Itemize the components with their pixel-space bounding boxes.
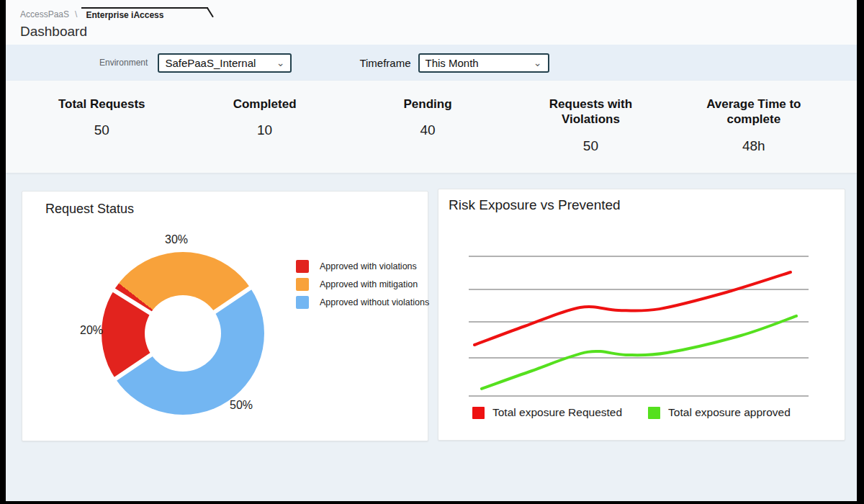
kpi-stat-total-requests: Total Requests50 <box>20 96 183 173</box>
legend-swatch <box>648 407 660 419</box>
timeframe-select[interactable]: This Month ⌄ <box>418 53 549 73</box>
donut-hole <box>145 295 221 372</box>
kpi-value: 10 <box>183 122 346 138</box>
legend-item: Approved with violations <box>296 260 429 273</box>
kpi-value: 48h <box>672 138 835 154</box>
chevron-down-icon: ⌄ <box>534 59 542 66</box>
breadcrumb-separator: \ <box>75 9 77 19</box>
breadcrumb-root-link[interactable]: AccessPaaS <box>20 7 69 19</box>
legend-item: Total exposure Requested <box>472 406 622 419</box>
timeframe-selected-value: This Month <box>426 57 479 69</box>
legend-label: Approved without violations <box>320 297 429 307</box>
legend-swatch <box>296 296 309 309</box>
breadcrumb-current-tab[interactable]: Enterprise iAccess <box>81 7 208 22</box>
filter-bar: Environment SafePaaS_Internal ⌄ Timefram… <box>6 45 857 81</box>
donut-label-mitigation: 30% <box>165 233 188 246</box>
environment-selected-value: SafePaaS_Internal <box>165 57 256 69</box>
environment-label: Environment <box>99 58 148 68</box>
series-total-exposure-approved <box>482 316 796 389</box>
kpi-label: Pending <box>370 96 485 112</box>
legend-label: Total exposure Requested <box>492 406 622 419</box>
donut-legend: Approved with violationsApproved with mi… <box>296 260 429 314</box>
legend-item: Approved with mitigation <box>296 278 429 291</box>
breadcrumb: AccessPaaS \ Enterprise iAccess <box>20 7 857 20</box>
legend-label: Approved with violations <box>320 261 417 271</box>
legend-item: Approved without violations <box>296 296 429 309</box>
donut-label-with-violations: 20% <box>80 324 103 337</box>
legend-swatch <box>296 260 309 273</box>
kpi-label: Completed <box>207 96 323 112</box>
legend-swatch <box>472 407 485 419</box>
legend-item: Total exposure approved <box>648 406 791 419</box>
legend-label: Approved with mitigation <box>320 279 418 289</box>
page-header: AccessPaaS \ Enterprise iAccess Dashboar… <box>6 0 857 45</box>
kpi-value: 50 <box>509 138 672 154</box>
legend-swatch <box>296 278 309 291</box>
chevron-down-icon: ⌄ <box>276 59 285 66</box>
kpi-stat-completed: Completed10 <box>183 96 346 173</box>
kpi-stat-requests-with-violations: Requests with Violations50 <box>509 96 672 173</box>
kpi-stats-row: Total Requests50Completed10Pending40Requ… <box>6 81 857 173</box>
risk-exposure-line-chart <box>438 189 845 440</box>
donut-label-without-violations: 50% <box>230 399 253 412</box>
kpi-value: 40 <box>346 122 509 138</box>
line-chart-legend: Total exposure RequestedTotal exposure a… <box>472 406 791 419</box>
kpi-stat-pending: Pending40 <box>346 96 509 173</box>
page-title: Dashboard <box>20 24 857 40</box>
kpi-label: Average Time to complete <box>696 96 811 127</box>
app-window: AccessPaaS \ Enterprise iAccess Dashboar… <box>6 0 857 501</box>
risk-exposure-panel: Risk Exposure vs Prevented Total exposur… <box>438 189 845 441</box>
kpi-label: Total Requests <box>44 96 159 112</box>
timeframe-label: Timeframe <box>359 57 410 69</box>
environment-select[interactable]: SafePaaS_Internal ⌄ <box>158 53 292 73</box>
risk-exposure-title: Risk Exposure vs Prevented <box>449 197 621 213</box>
kpi-label: Requests with Violations <box>533 96 648 127</box>
request-status-panel: Request Status 30% 20% 50% Approved with… <box>22 191 428 441</box>
request-status-title: Request Status <box>45 202 134 217</box>
kpi-value: 50 <box>20 122 183 138</box>
kpi-stat-average-time-to-complete: Average Time to complete48h <box>672 96 835 173</box>
legend-label: Total exposure approved <box>668 406 791 419</box>
